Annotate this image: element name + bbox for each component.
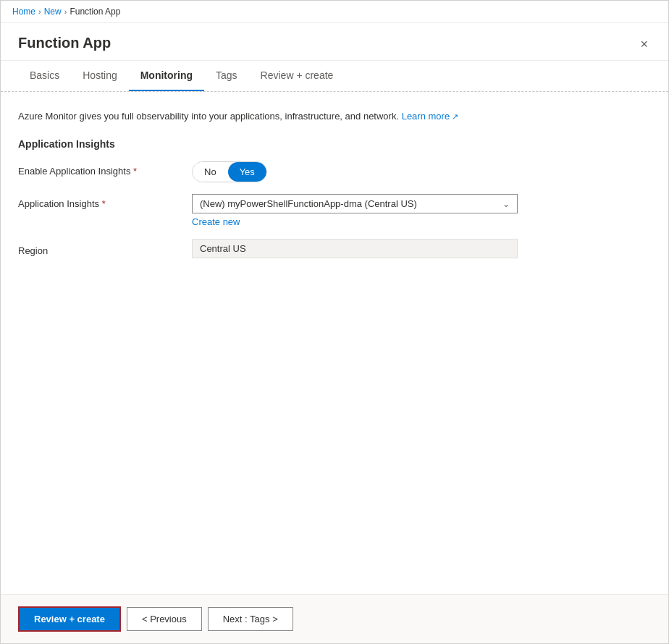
info-text: Azure Monitor gives you full observabili… [18,109,651,124]
external-link-icon: ↗ [452,111,458,123]
breadcrumb-new[interactable]: New [44,7,62,17]
toggle-yes[interactable]: Yes [228,162,266,182]
previous-button[interactable]: < Previous [127,607,202,631]
chevron-down-icon: ⌄ [502,199,510,209]
toggle-group: No Yes [192,161,267,183]
application-insights-value: (New) myPowerShellFunctionApp-dma (Centr… [200,198,417,209]
region-value: Central US [192,239,518,258]
application-insights-control: (New) myPowerShellFunctionApp-dma (Centr… [192,194,651,227]
required-star-2: * [102,198,106,209]
create-new-link[interactable]: Create new [192,216,651,227]
breadcrumb-home[interactable]: Home [12,7,35,17]
dialog-title: Function App [18,35,111,60]
region-label: Region [18,241,192,256]
application-insights-label: Application Insights * [18,194,192,209]
learn-more-link[interactable]: Learn more↗ [402,109,458,124]
breadcrumb-sep-2: › [64,7,67,16]
tabs-bar: Basics Hosting Monitoring Tags Review + … [1,61,668,92]
breadcrumb-current: Function App [70,7,120,17]
enable-insights-control: No Yes [192,161,651,183]
tab-monitoring[interactable]: Monitoring [129,61,204,91]
toggle-no[interactable]: No [193,162,228,182]
region-control: Central US [192,239,651,258]
tab-hosting[interactable]: Hosting [71,61,128,91]
application-insights-dropdown[interactable]: (New) myPowerShellFunctionApp-dma (Centr… [192,194,518,213]
breadcrumb-sep-1: › [38,7,41,16]
tab-basics[interactable]: Basics [18,61,71,91]
application-insights-row: Application Insights * (New) myPowerShel… [18,194,651,227]
content-area: Azure Monitor gives you full observabili… [1,92,668,594]
required-star-1: * [133,166,137,177]
enable-insights-label: Enable Application Insights * [18,161,192,177]
tab-review-create[interactable]: Review + create [249,61,345,91]
section-title: Application Insights [18,138,651,150]
enable-insights-row: Enable Application Insights * No Yes [18,161,651,183]
footer: Review + create < Previous Next : Tags > [1,594,668,643]
region-row: Region Central US [18,239,651,258]
review-create-button[interactable]: Review + create [18,606,121,632]
breadcrumb: Home › New › Function App [1,1,668,23]
tab-tags[interactable]: Tags [204,61,249,91]
close-button[interactable]: × [637,35,651,54]
next-tags-button[interactable]: Next : Tags > [208,607,293,631]
dialog-header: Function App × [1,23,668,61]
